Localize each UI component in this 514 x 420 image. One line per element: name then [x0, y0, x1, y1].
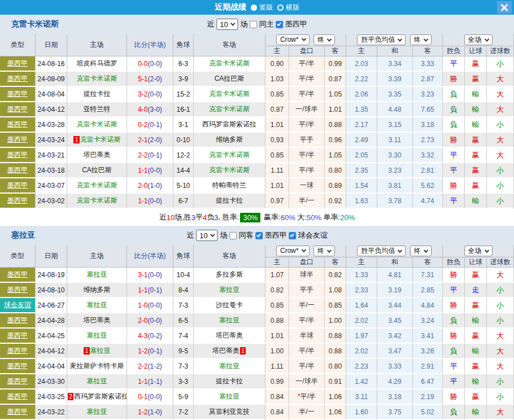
handicap-value: 平/半: [299, 362, 314, 370]
league-cell[interactable]: 墨西甲: [0, 148, 36, 163]
recent-count-select[interactable]: 10: [196, 230, 217, 241]
checkbox-icon[interactable]: [276, 21, 284, 28]
league-cell[interactable]: 墨西甲: [0, 374, 36, 390]
checkbox-icon[interactable]: [256, 232, 263, 239]
col-handicap: 盘口: [289, 257, 325, 268]
league-cell[interactable]: 墨西甲: [0, 329, 36, 344]
league-cell[interactable]: 墨西甲: [0, 313, 36, 329]
filter-checkbox[interactable]: 同客: [230, 230, 254, 240]
league-cell[interactable]: 墨西甲: [0, 178, 36, 194]
filter-checkbox[interactable]: 墨西甲: [256, 230, 287, 240]
league-cell[interactable]: 墨西甲: [0, 194, 36, 209]
league-cell[interactable]: 墨西甲: [0, 87, 36, 102]
league-link[interactable]: 墨西甲: [7, 135, 28, 143]
league-cell[interactable]: 墨西甲: [0, 72, 36, 87]
league-link[interactable]: 墨西甲: [7, 151, 28, 159]
league-link[interactable]: 球会友谊: [4, 301, 31, 309]
league-link[interactable]: 墨西甲: [7, 286, 28, 294]
fulltime-score: 2-1: [138, 136, 147, 144]
radio-unselected-icon[interactable]: [277, 5, 284, 11]
goals-cell: 小: [487, 390, 514, 405]
league-cell[interactable]: 墨西甲: [0, 102, 36, 117]
league-link[interactable]: 墨西甲: [7, 270, 28, 278]
league-link[interactable]: 墨西甲: [7, 316, 28, 324]
league-link[interactable]: 墨西甲: [7, 377, 28, 385]
result-cell: 負: [443, 344, 465, 359]
away-team-name: 塞拉亚: [219, 392, 239, 400]
league-link[interactable]: 墨西甲: [7, 196, 28, 204]
league-cell[interactable]: 墨西甲: [0, 133, 36, 148]
avg-odds-select[interactable]: 胜平负均值: [357, 34, 406, 45]
home-team-name: 塞拉亚: [87, 331, 107, 339]
league-link[interactable]: 墨西甲: [7, 120, 28, 128]
handicap-value: 半/一: [299, 196, 314, 204]
col-corner: 角球: [173, 245, 194, 268]
filter-checkbox[interactable]: 球会友谊: [289, 230, 328, 240]
scope-select[interactable]: 全场: [464, 246, 493, 256]
radio-selected-icon[interactable]: [251, 5, 257, 11]
league-cell[interactable]: 墨西甲: [0, 405, 36, 420]
handicap-value: 一/球半: [295, 105, 317, 113]
mean-home-odds: 2.02: [346, 313, 377, 329]
league-link[interactable]: 墨西甲: [7, 90, 28, 98]
fulltime-score: 0-1: [138, 393, 147, 401]
league-link[interactable]: 墨西甲: [7, 331, 28, 339]
handicap-cell: 一/球半: [289, 102, 325, 117]
avg-time-select[interactable]: 终: [410, 34, 432, 45]
league-cell[interactable]: 球会友谊: [0, 298, 36, 313]
filter-checkbox[interactable]: 墨西甲: [276, 19, 307, 29]
odds-time-select[interactable]: 终: [313, 34, 335, 45]
league-link[interactable]: 墨西甲: [7, 59, 28, 67]
home-team-name: 塞拉亚: [87, 301, 107, 309]
checkbox-icon[interactable]: [230, 232, 237, 239]
handicap-cell: 平/半: [289, 313, 325, 329]
scope-select[interactable]: 全场: [464, 34, 493, 45]
league-cell[interactable]: 墨西甲: [0, 344, 36, 359]
league-link[interactable]: 墨西甲: [7, 392, 28, 400]
close-button[interactable]: [497, 1, 512, 14]
checkbox-icon[interactable]: [250, 21, 258, 28]
league-link[interactable]: 墨西甲: [7, 181, 28, 189]
recent-count-value: 10: [199, 231, 207, 240]
league-cell[interactable]: 墨西甲: [0, 117, 36, 133]
avg-odds-select[interactable]: 胜平负均值: [357, 246, 406, 256]
date-cell: 24-04-28: [36, 313, 67, 329]
bookmaker-select[interactable]: Crow*: [276, 34, 310, 45]
summary-segment: 赢率:: [262, 212, 280, 222]
league-link[interactable]: 墨西甲: [7, 408, 28, 415]
layout-option-vertical[interactable]: 竖版: [251, 3, 273, 12]
rank-badge: 1: [240, 347, 246, 355]
match-row: 墨西甲24-03-07克雷卡米诺斯2-0(1-0)5-10特帕蒂特兰1.01一球…: [0, 178, 514, 194]
league-link[interactable]: 墨西甲: [7, 166, 28, 174]
league-link[interactable]: 墨西甲: [7, 362, 28, 370]
league-cell[interactable]: 墨西甲: [0, 359, 36, 374]
goals-cell: 小: [487, 163, 514, 178]
league-cell[interactable]: 墨西甲: [0, 163, 36, 178]
odds-time-select[interactable]: 终: [313, 246, 335, 256]
checkbox-icon[interactable]: [289, 232, 297, 239]
recent-count-select[interactable]: 10: [216, 19, 238, 30]
col-mean-draw: 和: [377, 46, 413, 56]
goals-cell: 小: [487, 194, 514, 209]
filter-checkbox[interactable]: 同主: [250, 19, 274, 29]
league-cell[interactable]: 墨西甲: [0, 283, 36, 298]
home-team-name: 塞拉亚: [87, 377, 107, 385]
league-link[interactable]: 墨西甲: [7, 347, 28, 355]
corner-cell: 6-7: [173, 194, 194, 209]
home-team-name: 西玛罗雷斯索诺拉: [74, 392, 127, 400]
layout-option-horizontal[interactable]: 横版: [277, 3, 299, 12]
score-cell: 0-1(0-0): [127, 390, 173, 405]
summary-segment: 4: [203, 213, 207, 222]
league-link[interactable]: 墨西甲: [7, 105, 28, 113]
date-cell: 24-03-21: [36, 148, 67, 163]
bookmaker-select[interactable]: Crow*: [276, 246, 310, 256]
result-cell: 平: [443, 283, 465, 298]
league-link[interactable]: 墨西甲: [7, 75, 28, 82]
avg-time-select[interactable]: 终: [410, 246, 432, 256]
league-cell[interactable]: 墨西甲: [0, 390, 36, 405]
league-cell[interactable]: 墨西甲: [0, 268, 36, 283]
col-goals: 进球数: [487, 46, 514, 56]
league-cell[interactable]: 墨西甲: [0, 56, 36, 72]
let-ball-cell: 赢: [465, 178, 487, 194]
matches-table: 类型 日期 主场 比分(半场) 角球 客场 Crow* 终 胜平负均值 终 全场: [0, 34, 514, 209]
